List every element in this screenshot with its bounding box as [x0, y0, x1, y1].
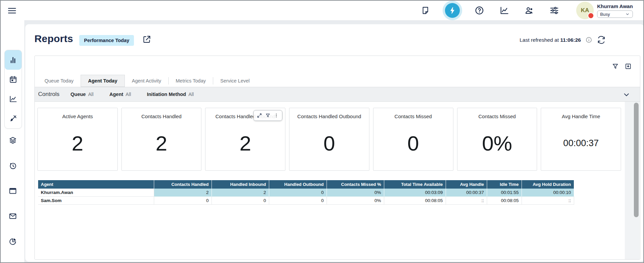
chevron-down-icon — [625, 12, 630, 17]
sidebar-item-history[interactable] — [8, 161, 17, 170]
page-title: Reports — [34, 33, 73, 44]
scrollbar-thumb[interactable] — [634, 103, 639, 217]
sidebar-item-bar-chart[interactable] — [5, 50, 22, 70]
col-handled-outbound[interactable]: Handled Outbound — [269, 180, 327, 189]
kpi-card-active-agents[interactable]: Active Agents 2 — [37, 108, 118, 171]
kpi-card-contacts-handled-outbound[interactable]: Contacts Handled Outbound 0 — [289, 108, 369, 171]
tab-agent-activity[interactable]: Agent Activity — [125, 75, 168, 87]
calendar-icon — [9, 75, 18, 84]
cell-value: 0 — [269, 197, 327, 205]
sidebar-item-line-chart[interactable] — [5, 89, 22, 109]
agent-name: Khurram.Awan — [38, 189, 154, 197]
app-screen: KA Khurram Awan Busy — [0, 0, 644, 263]
vertical-scrollbar[interactable] — [625, 102, 640, 259]
table-header-row: Agent Contacts Handled Handled Inbound H… — [38, 180, 574, 189]
kpi-card-contacts-handled[interactable]: Contacts Handled 2 — [121, 108, 202, 171]
initiation-method-filter[interactable]: Initiation Method All — [147, 92, 194, 97]
cell-value: 0% — [327, 197, 384, 205]
bar-chart-icon — [9, 56, 18, 64]
notes-icon[interactable] — [420, 5, 431, 16]
cell-value: 00:08:05 — [487, 197, 522, 205]
gear-icon: ⚙ — [9, 262, 17, 263]
cell-value: 00:00:10 — [522, 189, 574, 197]
col-handled-inbound[interactable]: Handled Inbound — [212, 180, 269, 189]
col-avg-hold-duration[interactable]: Avg Hold Duration — [522, 180, 574, 189]
kpi-card-contacts-missed-pct[interactable]: Contacts Missed 0% — [457, 108, 537, 171]
report-tabs: Queue Today Agent Today Agent Activity M… — [37, 75, 257, 87]
cell-value: 00:01:55 — [487, 189, 522, 197]
pie-chart-icon — [8, 237, 17, 246]
main-content: Reports Performance Today Last refreshed… — [25, 24, 644, 262]
cell-value: :: — [522, 197, 574, 205]
kpi-card-contacts-missed[interactable]: Contacts Missed 0 — [373, 108, 453, 171]
mail-icon — [8, 212, 17, 221]
card-hover-toolbar — [253, 110, 282, 121]
expand-icon[interactable] — [257, 113, 262, 118]
preferences-icon[interactable] — [549, 5, 560, 16]
sidebar-item-browser-window[interactable] — [8, 187, 17, 195]
sidebar-item-mail[interactable] — [8, 212, 17, 221]
download-icon[interactable] — [624, 63, 632, 70]
info-icon[interactable] — [585, 36, 592, 43]
avatar[interactable]: KA — [576, 2, 594, 19]
boost-icon[interactable] — [445, 3, 460, 18]
tab-queue-today[interactable]: Queue Today — [37, 75, 81, 87]
filter-icon[interactable] — [265, 113, 271, 118]
hamburger-menu-icon[interactable] — [7, 5, 17, 15]
queue-filter[interactable]: Queue All — [71, 92, 93, 97]
browser-window-icon — [8, 187, 17, 195]
sidebar-report-group — [4, 50, 22, 129]
cell-value: 00:08:05 — [384, 197, 446, 205]
cell-value: 0 — [154, 197, 212, 205]
col-total-time-available[interactable]: Total Time Available — [384, 180, 446, 189]
user-box: Khurram Awan Busy — [597, 3, 637, 18]
tab-metrics-today[interactable]: Metrics Today — [169, 75, 213, 87]
agent-filter[interactable]: Agent All — [109, 92, 131, 97]
cell-value: :: — [446, 197, 487, 205]
cell-value: 00:00:37 — [446, 189, 487, 197]
history-icon — [8, 161, 17, 170]
analytics-icon[interactable] — [499, 5, 510, 16]
avatar-initials: KA — [581, 7, 589, 14]
line-chart-icon — [9, 95, 18, 103]
agent-metrics-table-wrap: Agent Contacts Handled Handled Inbound H… — [38, 180, 574, 205]
filter-icon[interactable] — [612, 63, 619, 70]
sidebar-lower-group: ⚙ — [4, 136, 21, 263]
cell-value: 2 — [212, 189, 269, 197]
controls-bar: Controls Queue All Agent All Initiation … — [35, 87, 640, 102]
tab-agent-today[interactable]: Agent Today — [81, 75, 125, 87]
refresh-icon[interactable] — [597, 35, 606, 44]
panel-content: Active Agents 2 Contacts Handled 2 Conta… — [35, 102, 640, 259]
col-idle-time[interactable]: Idle Time — [487, 180, 522, 189]
tab-service-level[interactable]: Service Level — [213, 75, 257, 87]
status-select[interactable]: Busy — [597, 10, 633, 18]
kpi-card-contacts-handled-inbound[interactable]: Contacts Handled Inbound 2 — [205, 108, 285, 171]
agent-metrics-table: Agent Contacts Handled Handled Inbound H… — [38, 180, 574, 205]
layers-icon — [8, 136, 17, 145]
cell-value: 0 — [269, 189, 327, 197]
col-contacts-handled[interactable]: Contacts Handled — [154, 180, 212, 189]
col-contacts-missed-pct[interactable]: Contacts Missed % — [327, 180, 384, 189]
sidebar-item-layers[interactable] — [8, 136, 17, 145]
sidebar-item-brush[interactable] — [5, 109, 22, 128]
table-row[interactable]: Khurram.Awan 2 2 0 0% 00:03:09 00:00:37 … — [38, 189, 574, 197]
contacts-icon[interactable] — [524, 5, 535, 16]
cell-value: 0 — [212, 197, 269, 205]
col-agent[interactable]: Agent — [38, 180, 154, 189]
sidebar-item-calendar[interactable] — [5, 70, 22, 89]
status-value: Busy — [600, 12, 610, 17]
kpi-card-avg-handle-time[interactable]: Avg Handle Time 00:00:37 — [541, 108, 621, 171]
external-link-icon[interactable] — [142, 35, 151, 44]
kpi-cards-row: Active Agents 2 Contacts Handled 2 Conta… — [37, 108, 621, 171]
last-refreshed-text: Last refreshed at 11:06:26 — [520, 37, 581, 43]
collapse-chevron-icon[interactable] — [622, 91, 631, 99]
help-icon[interactable] — [474, 5, 485, 16]
kebab-menu-icon[interactable] — [274, 113, 279, 118]
col-avg-handle[interactable]: Avg Handle — [446, 180, 487, 189]
sidebar-item-pie-chart[interactable] — [8, 237, 17, 246]
report-badge[interactable]: Performance Today — [79, 35, 134, 46]
sidebar: ⚙ — [1, 20, 24, 262]
table-row[interactable]: Sam.Som 0 0 0 0% 00:08:05 :: 00:08:05 :: — [38, 197, 574, 205]
panel-corner-actions — [612, 63, 632, 70]
brush-icon — [9, 114, 18, 123]
